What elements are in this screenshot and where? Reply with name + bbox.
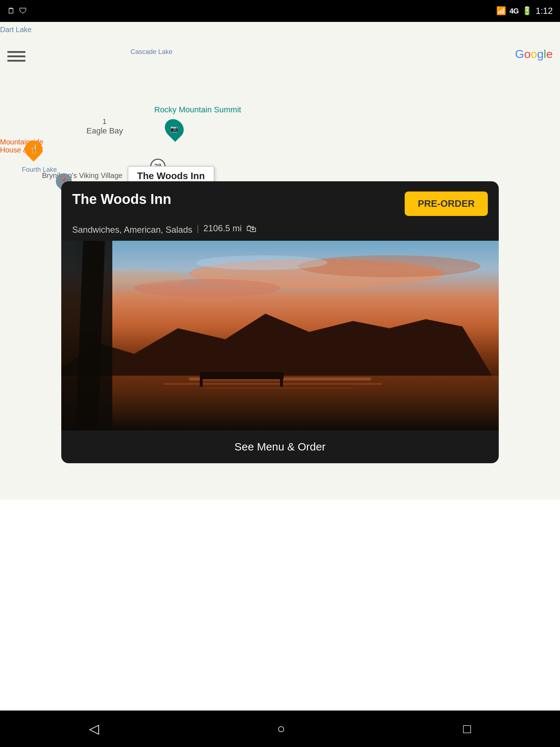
status-bar-left: 🗒 🛡 xyxy=(7,6,27,16)
map-area[interactable]: Google Dart Lake Cascade Lake Rocky Moun… xyxy=(0,22,560,500)
svg-rect-10 xyxy=(207,387,353,389)
home-button[interactable]: ○ xyxy=(277,721,285,736)
dart-lake-label: Dart Lake xyxy=(0,26,32,34)
pin-orange-mountainside: 🍴 xyxy=(21,137,46,162)
svg-point-4 xyxy=(196,255,327,270)
card-footer[interactable]: See Menu & Order xyxy=(61,430,499,463)
meta-divider: | xyxy=(197,223,199,233)
card-header: The Woods Inn PRE-ORDER xyxy=(61,181,499,222)
hamburger-line-3 xyxy=(7,60,26,62)
pin-teal: 📷 xyxy=(161,115,188,142)
nav-bar: ◁ ○ □ xyxy=(0,711,560,747)
callout-text: The Woods Inn xyxy=(137,170,205,181)
eagle-bay-num-label: 1 xyxy=(102,117,106,126)
svg-line-15 xyxy=(87,241,94,430)
svg-rect-13 xyxy=(280,372,283,387)
camera-icon: 📷 xyxy=(170,125,178,133)
battery-icon: 🔋 xyxy=(522,6,532,16)
status-bar-right: 📶 4G 🔋 1:12 xyxy=(496,6,553,16)
svg-rect-11 xyxy=(200,372,284,379)
preorder-button[interactable]: PRE-ORDER xyxy=(405,191,488,216)
svg-rect-12 xyxy=(200,372,203,387)
shield-icon: 🛡 xyxy=(19,6,27,16)
card-title: The Woods Inn xyxy=(72,191,171,207)
notification-icon: 🗒 xyxy=(7,6,15,16)
card-info: The Woods Inn xyxy=(72,191,171,207)
card-subtitle: Sandwiches, American, Salads xyxy=(72,225,192,235)
network-icon: 4G xyxy=(510,7,519,15)
eagle-bay-label: Eagle Bay xyxy=(86,126,123,136)
status-time: 1:12 xyxy=(536,6,553,16)
recent-button[interactable]: □ xyxy=(463,721,471,736)
sunset-scene xyxy=(61,241,499,430)
see-menu-button[interactable]: See Menu & Order xyxy=(71,441,489,453)
rocky-mountain-label: Rocky Mountain Summit xyxy=(154,105,241,115)
fork-icon: 🍴 xyxy=(29,144,39,154)
card-image xyxy=(61,241,499,430)
restaurant-card[interactable]: The Woods Inn PRE-ORDER Sandwiches, Amer… xyxy=(61,181,499,463)
card-distance: 2106.5 mi xyxy=(203,223,242,233)
card-meta: Sandwiches, American, Salads | 2106.5 mi… xyxy=(61,222,499,241)
bluetooth-icon: 📶 xyxy=(496,6,506,16)
hamburger-menu[interactable] xyxy=(7,51,26,62)
hamburger-line-1 xyxy=(7,51,26,53)
hamburger-line-2 xyxy=(7,55,26,57)
mountainside-pin[interactable]: 🍴 xyxy=(25,140,42,158)
svg-point-3 xyxy=(298,255,481,277)
svg-rect-9 xyxy=(163,383,382,385)
rocky-mountain-pin[interactable]: 📷 xyxy=(166,119,183,139)
google-logo: Google xyxy=(515,47,553,61)
back-button[interactable]: ◁ xyxy=(89,721,99,736)
bag-icon: 🛍 xyxy=(246,222,256,235)
brynilsen-label: Brynilsen's Viking Village xyxy=(42,171,122,180)
status-bar: 🗒 🛡 📶 4G 🔋 1:12 xyxy=(0,0,560,22)
cascade-lake-label: Cascade Lake xyxy=(131,48,172,56)
